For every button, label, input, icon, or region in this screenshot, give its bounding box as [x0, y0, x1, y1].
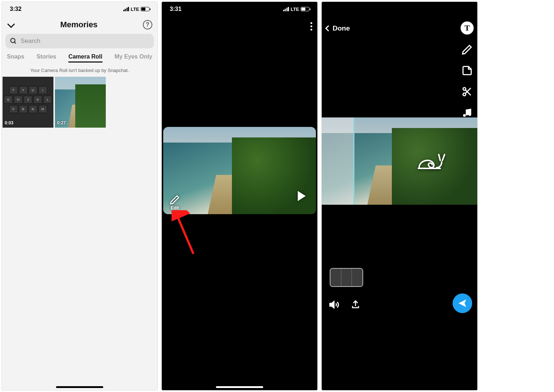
network-label: LTE — [131, 7, 139, 12]
draw-tool-icon[interactable] — [461, 43, 473, 56]
svg-point-7 — [469, 113, 471, 116]
editor-canvas[interactable] — [322, 117, 477, 205]
svg-point-3 — [463, 93, 466, 96]
search-icon — [10, 37, 17, 45]
edit-label: Edit — [171, 205, 179, 211]
search-input[interactable]: Search — [5, 34, 154, 48]
scissors-tool-icon[interactable] — [461, 85, 473, 98]
snail-speed-icon — [416, 149, 445, 172]
signal-icon — [283, 7, 289, 11]
preview-screen: 3:31 LTE Edit — [161, 1, 318, 391]
status-time: 3:31 — [170, 6, 181, 12]
video-preview[interactable]: Edit — [163, 127, 316, 214]
done-button[interactable]: Done — [326, 24, 350, 32]
svg-point-0 — [11, 39, 15, 43]
status-time: 3:32 — [10, 6, 21, 12]
home-indicator[interactable] — [56, 386, 103, 388]
help-icon[interactable]: ? — [143, 20, 152, 29]
home-indicator[interactable] — [216, 386, 263, 388]
filter-swipe-overlay[interactable] — [322, 117, 354, 205]
battery-icon — [141, 7, 149, 11]
play-icon[interactable] — [298, 191, 306, 201]
tab-my-eyes-only[interactable]: My Eyes Only — [115, 53, 152, 63]
page-title: Memories — [60, 20, 98, 29]
tabs: Snaps Stories Camera Roll My Eyes Only — [2, 52, 157, 65]
video-thumbnail[interactable]: 0:27 — [55, 77, 106, 128]
bottom-actions — [328, 299, 362, 311]
pencil-icon — [170, 195, 180, 205]
status-bar: 3:31 LTE — [162, 2, 317, 16]
editor-screen: Done T + — [321, 1, 478, 391]
network-label: LTE — [290, 7, 299, 12]
tab-stories[interactable]: Stories — [36, 53, 56, 63]
signal-icon — [123, 7, 129, 11]
battery-icon — [301, 7, 309, 11]
status-bar: 3:32 LTE — [2, 2, 157, 16]
send-icon — [457, 298, 467, 308]
header: Memories ? — [2, 16, 157, 32]
search-placeholder: Search — [21, 37, 40, 45]
save-export-icon[interactable] — [349, 299, 362, 311]
thumbnail-grid: TYUI GHJKL VBNM 0:03 0:27 — [2, 77, 157, 128]
svg-line-1 — [15, 42, 16, 44]
music-tool-icon[interactable] — [461, 107, 473, 119]
status-right: LTE — [123, 7, 149, 12]
duration-label: 0:27 — [57, 120, 66, 125]
svg-marker-11 — [330, 301, 334, 308]
svg-point-2 — [463, 88, 466, 91]
edit-button[interactable]: Edit — [170, 195, 180, 211]
video-thumbnail[interactable]: TYUI GHJKL VBNM 0:03 — [3, 77, 53, 128]
tab-snaps[interactable]: Snaps — [7, 53, 24, 63]
backup-message: Your Camera Roll isn't backed up by Snap… — [2, 65, 157, 77]
done-label: Done — [333, 24, 350, 32]
duration-label: 0:03 — [5, 120, 13, 125]
back-chevron-icon — [325, 25, 332, 32]
sound-toggle-icon[interactable] — [328, 299, 341, 311]
tab-camera-roll[interactable]: Camera Roll — [68, 53, 102, 63]
svg-point-6 — [463, 114, 466, 117]
status-right: LTE — [283, 7, 309, 12]
send-button[interactable] — [453, 293, 472, 313]
text-tool-icon[interactable]: T — [461, 21, 474, 35]
timeline-clip[interactable] — [330, 268, 363, 287]
memories-screen: 3:32 LTE Memories ? Search Snaps Stories… — [1, 1, 158, 391]
collapse-chevron-icon[interactable] — [7, 21, 15, 29]
more-options-icon[interactable] — [310, 22, 312, 31]
sticker-tool-icon[interactable] — [461, 64, 473, 77]
